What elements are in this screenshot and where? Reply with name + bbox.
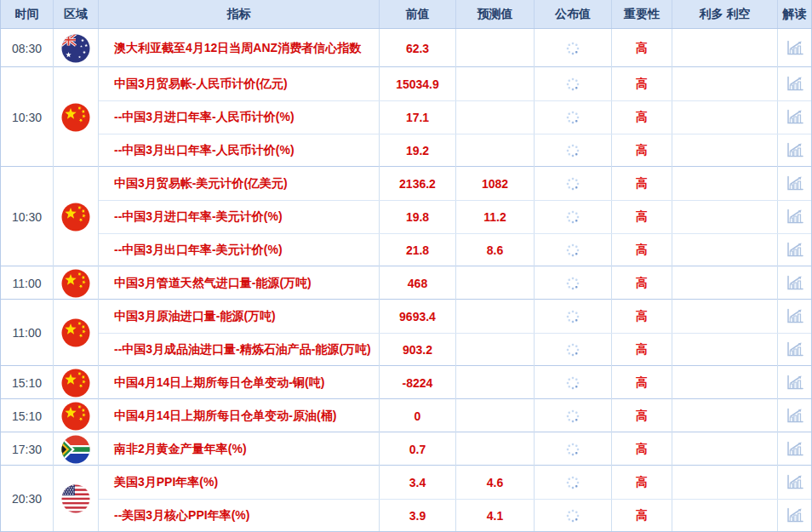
interpretation-cell <box>778 266 811 300</box>
table-row: 中国3月贸易帐-美元计价(亿美元) 2136.2 1082 高 <box>99 167 811 200</box>
importance-badge: 高 <box>636 375 648 391</box>
published-value-cell <box>535 101 612 134</box>
region-cell <box>54 167 99 266</box>
published-value-cell <box>535 266 612 300</box>
previous-value: 21.8 <box>380 234 456 266</box>
col-header-time: 时间 <box>1 0 54 28</box>
forecast-value: 1082 <box>456 167 535 200</box>
previous-value: 17.1 <box>380 101 456 134</box>
bullish-bearish-cell <box>672 167 778 200</box>
indicator-label: --美国3月核心PPI年率(%) <box>114 508 249 523</box>
usa-flag-icon <box>61 484 90 513</box>
bar-chart-arrow-icon[interactable] <box>785 40 804 57</box>
indicator-cell: --中国3月进口年率-人民币计价(%) <box>99 101 380 134</box>
indicator-cell: 美国3月PPI年率(%) <box>99 466 380 499</box>
bar-chart-arrow-icon[interactable] <box>785 175 804 192</box>
loading-spinner-icon <box>565 176 580 192</box>
indicator-label: 中国4月14日上期所每日仓单变动-铜(吨) <box>114 375 324 391</box>
previous-value: 3.9 <box>380 500 456 532</box>
bar-chart-arrow-icon[interactable] <box>785 441 804 458</box>
time-cell: 20:30 <box>1 466 54 532</box>
time-cell: 11:00 <box>1 266 54 300</box>
loading-spinner-icon <box>565 143 580 158</box>
forecast-value: 11.2 <box>456 201 535 233</box>
importance-cell: 高 <box>612 300 672 333</box>
china-flag-icon <box>61 369 90 398</box>
bullish-bearish-cell <box>672 234 778 266</box>
published-value-cell <box>535 366 612 399</box>
indicator-label: --中国3月进口年率-美元计价(%) <box>114 209 283 225</box>
loading-spinner-icon <box>565 475 580 490</box>
bar-chart-arrow-icon[interactable] <box>785 341 804 358</box>
importance-badge: 高 <box>636 41 648 56</box>
bullish-bearish-cell <box>672 366 778 399</box>
bullish-bearish-cell <box>672 300 778 333</box>
previous-value: 468 <box>380 266 456 300</box>
col-header-forecast: 预测值 <box>456 0 535 28</box>
published-value-cell <box>535 334 612 366</box>
loading-spinner-icon <box>565 110 580 125</box>
bullish-bearish-cell <box>672 432 778 466</box>
bullish-bearish-cell <box>672 266 778 300</box>
bullish-bearish-cell <box>672 67 778 100</box>
table-row: 中国4月14日上期所每日仓单变动-铜(吨) -8224 高 <box>99 366 811 399</box>
bullish-bearish-cell <box>672 500 778 532</box>
importance-badge: 高 <box>636 442 648 457</box>
bullish-bearish-cell <box>672 29 778 67</box>
interpretation-cell <box>778 101 811 134</box>
loading-spinner-icon <box>565 342 580 358</box>
time-group: 10:30 中国3月贸易帐-美元计价(亿美元) 2136.2 1082 高 <box>1 166 811 266</box>
bullish-bearish-cell <box>672 134 778 167</box>
time-group: 08:30 澳大利亚截至4月12日当周ANZ消费者信心指数 62.3 高 <box>1 29 811 67</box>
region-cell <box>54 432 99 466</box>
importance-cell: 高 <box>612 334 672 366</box>
bar-chart-arrow-icon[interactable] <box>785 308 804 325</box>
table-row: --中国3月出口年率-人民币计价(%) 19.2 高 <box>99 134 811 167</box>
economic-calendar-table: 时间 区域 指标 前值 预测值 公布值 重要性 利多 利空 解读 08:30 澳… <box>0 0 812 532</box>
bar-chart-arrow-icon[interactable] <box>785 507 804 524</box>
indicator-cell: 中国3月原油进口量-能源(万吨) <box>99 300 380 333</box>
bar-chart-arrow-icon[interactable] <box>785 408 804 425</box>
indicator-label: 南非2月黄金产量年率(%) <box>114 442 247 457</box>
time-group: 11:00 中国3月管道天然气进口量-能源(万吨) 468 高 <box>1 266 811 300</box>
importance-cell: 高 <box>612 266 672 300</box>
indicator-label: 中国3月贸易帐-美元计价(亿美元) <box>114 176 288 192</box>
bullish-bearish-cell <box>672 399 778 432</box>
importance-badge: 高 <box>636 276 648 291</box>
bar-chart-arrow-icon[interactable] <box>785 242 804 259</box>
loading-spinner-icon <box>565 409 580 424</box>
loading-spinner-icon <box>565 442 580 457</box>
bar-chart-arrow-icon[interactable] <box>785 109 804 126</box>
interpretation-cell <box>778 500 811 532</box>
interpretation-cell <box>778 234 811 266</box>
region-cell <box>54 399 99 432</box>
forecast-value <box>456 67 535 100</box>
loading-spinner-icon <box>565 41 580 56</box>
col-header-bullish-bearish: 利多 利空 <box>672 0 778 28</box>
table-row: 南非2月黄金产量年率(%) 0.7 高 <box>99 432 811 466</box>
forecast-value <box>456 134 535 167</box>
forecast-value: 4.1 <box>456 500 535 532</box>
time-cell: 15:10 <box>1 366 54 399</box>
importance-cell: 高 <box>612 67 672 100</box>
bar-chart-arrow-icon[interactable] <box>785 76 804 93</box>
bar-chart-arrow-icon[interactable] <box>785 209 804 226</box>
forecast-value <box>456 366 535 399</box>
indicator-label: --中国3月出口年率-人民币计价(%) <box>114 143 294 158</box>
time-group: 15:10 中国4月14日上期所每日仓单变动-原油(桶) 0 高 <box>1 398 811 432</box>
table-header-row: 时间 区域 指标 前值 预测值 公布值 重要性 利多 利空 解读 <box>1 0 811 29</box>
time-cell: 08:30 <box>1 29 54 67</box>
published-value-cell <box>535 134 612 167</box>
region-cell <box>54 67 99 167</box>
indicator-cell: 中国3月管道天然气进口量-能源(万吨) <box>99 266 380 300</box>
table-row: 澳大利亚截至4月12日当周ANZ消费者信心指数 62.3 高 <box>99 29 811 67</box>
bar-chart-arrow-icon[interactable] <box>785 142 804 159</box>
importance-badge: 高 <box>636 309 648 324</box>
indicator-cell: 中国3月贸易帐-美元计价(亿美元) <box>99 167 380 200</box>
bar-chart-arrow-icon[interactable] <box>785 474 804 491</box>
region-cell <box>54 29 99 67</box>
bar-chart-arrow-icon[interactable] <box>785 375 804 392</box>
bar-chart-arrow-icon[interactable] <box>785 275 804 292</box>
time-cell: 11:00 <box>1 300 54 366</box>
previous-value: 3.4 <box>380 466 456 499</box>
